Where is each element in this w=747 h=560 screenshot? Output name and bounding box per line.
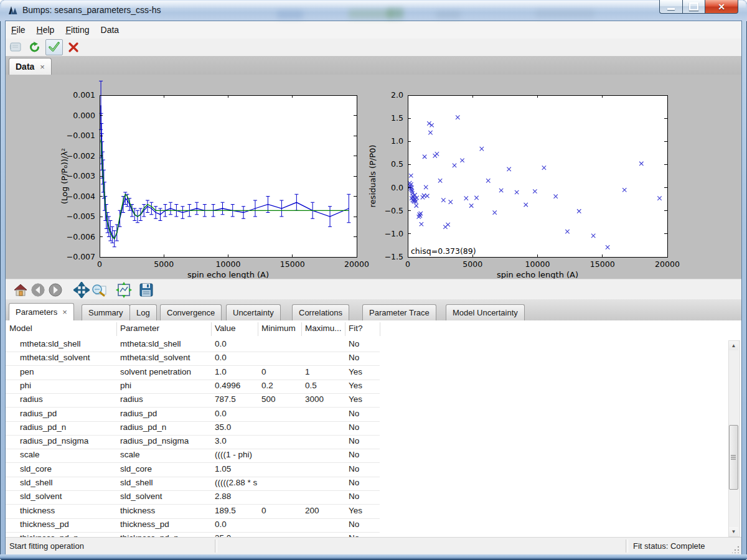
svg-text:0: 0 xyxy=(405,259,410,269)
results-tab-model-uncertainty[interactable]: Model Uncertainty xyxy=(446,304,525,320)
fit-status: Fit status: Complete xyxy=(633,541,705,551)
table-cell: No xyxy=(349,436,359,446)
reload-button[interactable] xyxy=(27,40,43,55)
svg-text:2.0: 2.0 xyxy=(391,90,403,100)
console-button[interactable] xyxy=(8,40,24,55)
table-cell: 0.0 xyxy=(215,353,227,362)
table-row[interactable]: radius_pd_nsigmaradius_pd_nsigma3.0No xyxy=(6,435,380,449)
results-tab-correlations[interactable]: Correlations xyxy=(292,304,349,320)
plots-canvas[interactable]: 050001000015000200000.0010.000−0.001−0.0… xyxy=(6,75,741,279)
tab-data[interactable]: Data × xyxy=(9,58,52,75)
table-row[interactable]: radiusradius787.55003000Yes xyxy=(6,393,380,408)
plot-save-button[interactable] xyxy=(138,281,155,299)
menu-data[interactable]: Data xyxy=(95,22,125,37)
table-row[interactable]: sld_coresld_core1.05No xyxy=(6,463,380,477)
svg-text:−1.5: −1.5 xyxy=(385,252,403,261)
tab-close-icon[interactable]: × xyxy=(40,63,45,71)
svg-text:−0.005: −0.005 xyxy=(67,212,95,221)
table-cell: radius_pd_nsigma xyxy=(120,436,189,446)
table-row[interactable]: radius_pdradius_pd0.0No xyxy=(6,408,380,422)
table-cell: 3000 xyxy=(305,394,324,404)
scroll-down-button[interactable]: ▼ xyxy=(729,527,738,536)
table-cell: thickness xyxy=(20,506,55,515)
menu-fitting[interactable]: Fitting xyxy=(60,22,95,37)
results-tab-summary[interactable]: Summary xyxy=(82,304,130,320)
table-row[interactable]: sld_shellsld_shell(((((2.88 * sNo xyxy=(6,477,380,491)
table-row[interactable]: thickness_pd_nthickness_pd_n35.0No xyxy=(6,532,380,537)
plot-home-button[interactable] xyxy=(12,281,29,299)
table-row[interactable]: sld_solventsld_solvent2.88No xyxy=(6,490,380,505)
table-row[interactable]: mtheta:sld_solventmtheta:sld_solvent0.0N… xyxy=(6,352,380,366)
glass-reflection xyxy=(349,9,392,19)
results-tab-log[interactable]: Log xyxy=(129,304,157,320)
glass-reflection xyxy=(535,10,594,17)
svg-text:residuals (P/P0): residuals (P/P0) xyxy=(368,145,377,208)
svg-text:1.0: 1.0 xyxy=(391,136,403,146)
scroll-up-button[interactable]: ▲ xyxy=(729,341,738,350)
table-cell: 0.0 xyxy=(215,339,227,348)
menu-file[interactable]: File xyxy=(6,22,31,37)
results-tab-parameter-trace[interactable]: Parameter Trace xyxy=(362,304,436,320)
console-icon xyxy=(9,41,23,54)
glass-reflection xyxy=(277,11,303,19)
table-row[interactable]: radius_pd_nradius_pd_n35.0No xyxy=(6,421,380,436)
svg-text:0.000: 0.000 xyxy=(73,111,95,120)
menu-help[interactable]: Help xyxy=(31,22,60,37)
table-cell: 0 xyxy=(261,506,266,515)
col-model[interactable]: Model xyxy=(9,324,32,333)
tab-label: Parameter Trace xyxy=(369,308,430,317)
table-cell: mtheta:sld_solvent xyxy=(120,353,190,362)
plot-zoom-button[interactable] xyxy=(90,281,108,299)
table-row[interactable]: mtheta:sld_shellmtheta:sld_shell0.0No xyxy=(6,338,380,352)
results-tab-convergence[interactable]: Convergence xyxy=(160,304,222,320)
plot-back-button[interactable] xyxy=(29,281,47,299)
table-scrollbar[interactable]: ▲ ▼ xyxy=(728,340,740,537)
title-bar[interactable]: Bumps: sesans_parameters_css-hs ✕ xyxy=(0,0,747,21)
pan-icon xyxy=(73,282,90,298)
table-cell: No xyxy=(349,492,359,501)
scroll-thumb[interactable] xyxy=(729,425,738,490)
results-tab-uncertainty[interactable]: Uncertainty xyxy=(226,304,281,320)
table-cell: thickness_pd xyxy=(20,520,69,529)
residuals-plot: 050001000015000200002.01.51.00.50.0−0.5−… xyxy=(368,90,680,279)
table-cell: mtheta:sld_shell xyxy=(20,339,81,348)
maximize-button[interactable] xyxy=(682,0,705,14)
svg-text:0: 0 xyxy=(97,259,102,269)
table-row[interactable]: pensolvent penetration1.001Yes xyxy=(6,366,380,380)
tab-close-icon[interactable]: × xyxy=(62,308,67,316)
col-minimum[interactable]: Minimum xyxy=(261,324,296,333)
table-cell: scale xyxy=(120,450,140,459)
close-button[interactable]: ✕ xyxy=(705,0,738,14)
accept-button[interactable] xyxy=(45,39,63,55)
table-cell: No xyxy=(349,450,359,459)
col-maximum[interactable]: Maximu... xyxy=(305,324,342,333)
table-row[interactable]: thickness_pdthickness_pd0.0No xyxy=(6,518,380,533)
save-icon xyxy=(139,282,154,297)
cancel-x-icon xyxy=(68,42,79,53)
table-cell: thickness xyxy=(120,506,155,515)
table-cell: No xyxy=(349,464,359,474)
plot-toolbar xyxy=(6,279,741,300)
svg-text:−0.006: −0.006 xyxy=(67,232,95,241)
table-row[interactable]: phiphi0.49960.20.5Yes xyxy=(6,380,380,394)
col-parameter[interactable]: Parameter xyxy=(120,324,159,333)
table-row[interactable]: scalescale((((1 - phi)No xyxy=(6,449,380,463)
results-tab-parameters[interactable]: Parameters× xyxy=(9,303,74,320)
table-cell: 3.0 xyxy=(215,436,227,446)
col-fit[interactable]: Fit? xyxy=(349,324,363,333)
back-icon xyxy=(31,282,45,297)
table-row[interactable]: thicknessthickness189.50200Yes xyxy=(6,505,380,519)
col-value[interactable]: Value xyxy=(215,324,236,333)
resize-grip[interactable] xyxy=(732,546,740,553)
plot-subplots-button[interactable] xyxy=(115,281,133,299)
minimize-button[interactable] xyxy=(659,0,682,14)
table-cell: Yes xyxy=(349,506,362,515)
plot-pan-button[interactable] xyxy=(73,281,90,299)
plot-forward-button[interactable] xyxy=(47,281,64,299)
reload-icon xyxy=(29,41,41,54)
svg-text:−0.003: −0.003 xyxy=(67,171,95,180)
tab-label: Parameters xyxy=(16,307,57,317)
table-cell: sld_shell xyxy=(20,478,53,487)
cancel-button[interactable] xyxy=(65,40,82,55)
svg-text:0.5: 0.5 xyxy=(391,159,403,169)
